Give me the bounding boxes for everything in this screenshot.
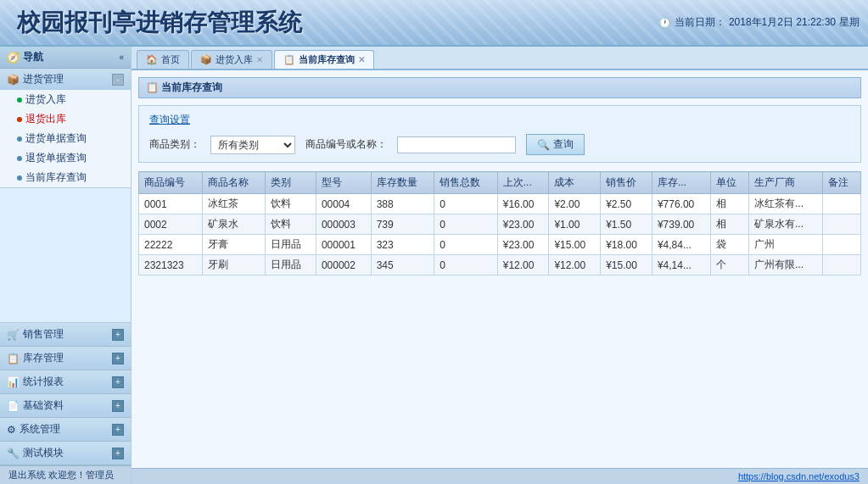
table-cell: 22222: [139, 235, 203, 255]
table-cell: ¥4,14...: [652, 255, 710, 275]
main-layout: 🧭 导航 « 📦 进货管理 - 进货入库 退货出库: [0, 47, 868, 484]
table-cell: 000001: [316, 235, 371, 255]
datetime-label: 当前日期：: [675, 15, 725, 30]
table-cell: ¥1.50: [601, 214, 652, 235]
incoming-icon: 📦: [7, 74, 20, 86]
dot-icon: [17, 156, 22, 161]
sidebar-item-stats[interactable]: 📊 统计报表 +: [0, 370, 131, 394]
test-icon: 🔧: [7, 448, 20, 459]
tab-incoming[interactable]: 📦 进货入库 ✕: [191, 50, 272, 69]
table-cell: 袋: [710, 235, 748, 255]
search-icon: 🔍: [537, 139, 550, 151]
inventory-tab-close[interactable]: ✕: [358, 55, 365, 64]
table-cell: 矿泉水有...: [748, 214, 822, 235]
table-cell: ¥2.00: [549, 194, 601, 214]
sidebar-bottom-section: 🛒 销售管理 + 📋 库存管理 + 📊 统计报表 +: [0, 322, 131, 465]
table-cell: 000002: [316, 255, 371, 275]
table-cell: ¥776.00: [652, 194, 710, 214]
home-tab-icon: 🏠: [146, 54, 158, 65]
col-header-note: 备注: [822, 172, 860, 194]
table-cell: ¥18.00: [601, 235, 652, 255]
name-label: 商品编号或名称：: [305, 137, 387, 152]
category-select[interactable]: 所有类别 饮料 日用品: [210, 136, 295, 154]
table-header-row: 商品编号 商品名称 类别 型号 库存数量 销售总数 上次... 成本 销售价 库…: [139, 172, 861, 194]
table-cell: 00004: [316, 194, 371, 214]
sidebar-item-outgoing-query[interactable]: 退货单据查询: [0, 148, 131, 168]
sidebar-item-incoming-stock[interactable]: 进货入库: [0, 90, 131, 109]
table-cell: ¥739.00: [652, 214, 710, 235]
table-cell: ¥16.00: [497, 194, 549, 214]
col-header-manufacturer: 生产厂商: [748, 172, 822, 194]
table-cell: 0001: [139, 194, 203, 214]
sidebar: 🧭 导航 « 📦 进货管理 - 进货入库 退货出库: [0, 47, 132, 484]
page-content: 📋 当前库存查询 查询设置 商品类别： 所有类别 饮料 日用品 商品编号或名称：: [132, 70, 868, 468]
clock-icon: 🕐: [658, 17, 671, 29]
table-cell: 广州有限...: [748, 255, 822, 275]
table-cell: [822, 194, 860, 214]
test-expand-btn[interactable]: +: [112, 448, 124, 459]
sidebar-item-inventory-query[interactable]: 当前库存查询: [0, 168, 131, 187]
table-cell: ¥12.00: [549, 255, 601, 275]
table-cell: 0002: [139, 214, 203, 235]
table-cell: 388: [371, 194, 434, 214]
sidebar-item-outgoing[interactable]: 退货出库: [0, 109, 131, 129]
dot-icon: [17, 97, 22, 103]
stats-icon: 📊: [7, 376, 20, 388]
nav-icon: 🧭: [7, 52, 20, 64]
table-cell: 0: [434, 214, 498, 235]
tab-home[interactable]: 🏠 首页: [137, 50, 189, 69]
inventory-expand-btn[interactable]: +: [112, 353, 124, 364]
table-cell: [822, 214, 860, 235]
table-cell: ¥1.00: [549, 214, 601, 235]
table-cell: 矿泉水: [202, 214, 266, 235]
table-cell: 饮料: [266, 194, 316, 214]
col-header-sale-price: 销售价: [601, 172, 652, 194]
table-row[interactable]: 0002矿泉水饮料0000037390¥23.00¥1.00¥1.50¥739.…: [139, 214, 861, 235]
sidebar-item-basic[interactable]: 📄 基础资料 +: [0, 394, 131, 418]
table-cell: 2321323: [139, 255, 203, 275]
col-header-name: 商品名称: [202, 172, 266, 194]
sidebar-nav-title: 🧭 导航: [7, 50, 43, 64]
table-cell: 000003: [316, 214, 371, 235]
section-header: 📋 当前库存查询: [138, 77, 861, 98]
col-header-last-price: 上次...: [497, 172, 549, 194]
csdn-link[interactable]: https://blog.csdn.net/exodus3: [738, 471, 860, 481]
col-header-category: 类别: [266, 172, 316, 194]
table-cell: [822, 235, 860, 255]
basic-icon: 📄: [7, 400, 20, 412]
col-header-unit: 单位: [710, 172, 748, 194]
inventory-table: 商品编号 商品名称 类别 型号 库存数量 销售总数 上次... 成本 销售价 库…: [138, 171, 861, 275]
table-cell: 相: [710, 194, 748, 214]
status-text: 退出系统 欢迎您！管理员: [8, 469, 114, 481]
nav-collapse-btn[interactable]: «: [119, 53, 124, 62]
basic-expand-btn[interactable]: +: [112, 400, 124, 412]
table-cell: ¥23.00: [497, 235, 549, 255]
system-expand-btn[interactable]: +: [112, 424, 124, 436]
sidebar-section-incoming-header[interactable]: 📦 进货管理 -: [0, 69, 131, 90]
tab-inventory[interactable]: 📋 当前库存查询 ✕: [274, 50, 374, 69]
sidebar-item-test[interactable]: 🔧 测试模块 +: [0, 442, 131, 465]
sidebar-item-sales[interactable]: 🛒 销售管理 +: [0, 323, 131, 347]
col-header-model: 型号: [316, 172, 371, 194]
sales-expand-btn[interactable]: +: [112, 329, 124, 341]
table-cell: 0: [434, 235, 498, 255]
app-header: 校园报刊亭进销存管理系统 🕐 当前日期： 2018年1月2日 21:22:30 …: [0, 0, 868, 47]
table-cell: 冰红茶: [202, 194, 266, 214]
sidebar-section-incoming-title: 📦 进货管理: [7, 72, 64, 86]
sidebar-item-system[interactable]: ⚙ 系统管理 +: [0, 418, 131, 442]
table-row[interactable]: 0001冰红茶饮料000043880¥16.00¥2.00¥2.50¥776.0…: [139, 194, 861, 214]
incoming-collapse-btn[interactable]: -: [112, 74, 124, 86]
table-row[interactable]: 2321323牙刷日用品0000023450¥12.00¥12.00¥15.00…: [139, 255, 861, 275]
table-cell: [822, 255, 860, 275]
sidebar-item-inventory-mgmt[interactable]: 📋 库存管理 +: [0, 347, 131, 370]
incoming-tab-close[interactable]: ✕: [256, 55, 263, 64]
stats-expand-btn[interactable]: +: [112, 376, 124, 388]
table-row[interactable]: 22222牙膏日用品0000013230¥23.00¥15.00¥18.00¥4…: [139, 235, 861, 255]
sidebar-item-incoming-query[interactable]: 进货单据查询: [0, 129, 131, 148]
section-header-icon: 📋: [146, 81, 159, 93]
query-button[interactable]: 🔍 查询: [526, 134, 585, 155]
name-input[interactable]: [397, 136, 516, 153]
query-settings-title[interactable]: 查询设置: [149, 113, 850, 127]
sidebar-spacer: [0, 188, 131, 322]
table-cell: 个: [710, 255, 748, 275]
